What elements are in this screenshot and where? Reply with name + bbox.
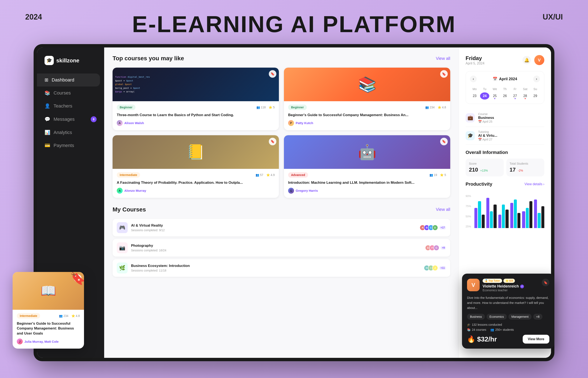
tutor-bookmark-btn[interactable]: 🔖 xyxy=(542,279,549,286)
sidebar-label-dashboard: Dashboard xyxy=(52,77,74,83)
bar xyxy=(478,201,481,228)
calendar: ‹ 📅 April 2024 › Mo Tu We Th Fr Sat Su 2… xyxy=(466,71,544,104)
cal-day-25[interactable]: 25 xyxy=(490,92,499,100)
sidebar-label-payments: Payments xyxy=(53,143,74,148)
cal-prev-btn[interactable]: ‹ xyxy=(470,76,477,82)
bar xyxy=(526,208,529,228)
schedule-item-course: 💼 Course Business 📅 April 25 xyxy=(466,109,544,127)
schedule-title-vr: AI & Virtu... xyxy=(478,134,497,138)
tag-management[interactable]: Management xyxy=(508,314,532,320)
tag-economics[interactable]: Economics xyxy=(487,314,507,320)
page-uxui: UX/UI xyxy=(543,13,563,21)
bar xyxy=(502,204,505,228)
sidebar-item-teachers[interactable]: 👤 Teachers xyxy=(37,100,104,113)
view-more-btn[interactable]: View More xyxy=(523,335,549,344)
courses-icon: 📚 xyxy=(44,90,50,96)
my-course-sessions-vr: Sessions completed: 9/12 xyxy=(131,229,418,232)
level-beginner-2: Beginner xyxy=(288,105,307,110)
list-item: 🌿 Business Ecosystem: Introduction Sessi… xyxy=(113,259,450,277)
students-card: Total Students 17 -2% xyxy=(506,159,545,176)
analytics-icon: 📊 xyxy=(44,130,50,135)
productivity-section: Productivity View details › 90% 75% 50% … xyxy=(466,181,544,228)
score-change: +13% xyxy=(480,169,488,172)
bar xyxy=(494,204,496,228)
view-details-btn[interactable]: View details › xyxy=(525,182,544,186)
cal-day-28[interactable]: 28 xyxy=(521,92,530,100)
bookmark-btn-2[interactable]: 🔖 xyxy=(440,70,448,78)
user-avatar[interactable]: V xyxy=(534,55,544,65)
sidebar-item-courses[interactable]: 📚 Courses xyxy=(37,86,104,100)
course-thumb-photo: 📷 xyxy=(117,242,128,253)
bookmark-btn-4[interactable]: 🔖 xyxy=(440,138,448,145)
tutor-popup: V 🏅 Top Tutor ⭐ 4.9 Violette Heidenreich… xyxy=(462,274,554,349)
students-change: -2% xyxy=(518,169,523,172)
my-courses-view-all[interactable]: View all xyxy=(436,207,450,212)
cal-header-we: We xyxy=(490,86,499,92)
score-value: 210 xyxy=(469,166,478,173)
cal-header-tu: Tu xyxy=(480,86,489,92)
sidebar-item-dashboard[interactable]: ⊞ Dashboard xyxy=(37,73,100,86)
payments-icon: 💳 xyxy=(44,143,50,148)
bookmark-btn-1[interactable]: 🔖 xyxy=(269,70,276,78)
cal-day-29[interactable]: 29 xyxy=(531,92,540,100)
section-header-top-courses: Top courses you may like View all xyxy=(113,55,450,62)
cal-day-27[interactable]: 27 xyxy=(510,92,520,100)
floating-level: Intermediate xyxy=(17,313,40,319)
dashboard-icon: ⊞ xyxy=(44,77,48,83)
top-tutor-badge: 🏅 Top Tutor xyxy=(482,279,502,283)
cal-day-26[interactable]: 26 xyxy=(500,92,509,100)
sidebar-item-payments[interactable]: 💳 Payments xyxy=(37,139,104,152)
card-title-python: Three-month Course to Learn the Basics o… xyxy=(117,113,275,118)
bookmark-btn-3[interactable]: 🔖 xyxy=(269,138,276,145)
schedule-item-tutoring: 🎓 Tutoring AI & Virtu... 📅 April 27 xyxy=(466,127,544,145)
cal-day-23[interactable]: 23 xyxy=(470,92,479,100)
cal-month-label: 📅 April 2024 xyxy=(493,77,517,81)
tag-business[interactable]: Business xyxy=(467,314,485,320)
author-patty: Patty Kutch xyxy=(296,121,313,125)
notification-btn[interactable]: 🔔 xyxy=(522,56,531,64)
floating-card-author: Julia Murray, Matt Cole xyxy=(24,340,59,343)
sidebar-label-teachers: Teachers xyxy=(53,103,72,109)
bar xyxy=(522,211,525,228)
schedule-date-business: 📅 April 25 xyxy=(478,120,494,123)
card-title-probability: A Fascinating Theory of Probability. Pra… xyxy=(117,180,275,185)
y-label-50: 50% xyxy=(466,215,471,218)
extra-count-biz: +11 xyxy=(439,266,446,270)
cal-next-btn[interactable]: › xyxy=(533,76,540,82)
productivity-title: Productivity xyxy=(466,181,492,187)
bar xyxy=(510,203,513,228)
tutor-role: Economics teacher xyxy=(482,289,539,292)
schedule-type-tutoring: Tutoring xyxy=(478,130,497,134)
sidebar-item-analytics[interactable]: 📊 Analytics xyxy=(37,126,104,139)
y-label-25: 25% xyxy=(466,225,471,228)
author-alonzo: Alonzo Murray xyxy=(124,189,146,192)
messages-badge: 8 xyxy=(91,116,97,122)
floating-bookmark-btn[interactable]: 🔖 xyxy=(74,274,81,282)
top-courses-view-all[interactable]: View all xyxy=(436,56,450,61)
course-card-python: function digital_best_rev $post = $post … xyxy=(113,68,279,130)
full-date: April 5, 2024 xyxy=(466,62,484,65)
schedule-title-business: Business xyxy=(478,116,494,120)
my-courses-section: My Courses View all 🎮 AI & Virtual Reali… xyxy=(113,206,450,277)
bar xyxy=(498,215,501,228)
floating-card-title: Beginner's Guide to Successful Company M… xyxy=(17,321,80,336)
teachers-icon: 👤 xyxy=(44,103,50,109)
list-item: 🎮 AI & Virtual Reality Sessions complete… xyxy=(113,219,450,236)
card-image-business: 📚 🔖 xyxy=(284,68,450,101)
extra-count-vr: +17 xyxy=(439,226,446,230)
tutor-rating-badge: ⭐ 4.9 xyxy=(503,279,515,283)
tag-more[interactable]: +8 xyxy=(533,314,542,320)
tutor-stat-lessons: 🎓 132 lessons conducted xyxy=(467,323,502,326)
page-header: E-LEARNING AI PLATFORM xyxy=(0,13,588,36)
students-value: 17 xyxy=(510,166,516,173)
card-image-ml: 🤖 🔖 xyxy=(284,135,450,169)
sidebar-item-messages[interactable]: 💬 Messages 8 xyxy=(37,113,104,126)
my-course-sessions-biz: Sessions completed: 11/18 xyxy=(131,269,422,272)
card-title-ml: Introduction: Machine Learning and LLM. … xyxy=(288,180,446,185)
sidebar-label-analytics: Analytics xyxy=(53,130,72,135)
score-label: Score xyxy=(469,162,500,165)
bar xyxy=(474,208,477,228)
cal-day-24[interactable]: 24 xyxy=(480,92,489,100)
cal-header-fr: Fr xyxy=(510,86,520,92)
tutor-name: Violette Heidenreich xyxy=(482,284,519,289)
